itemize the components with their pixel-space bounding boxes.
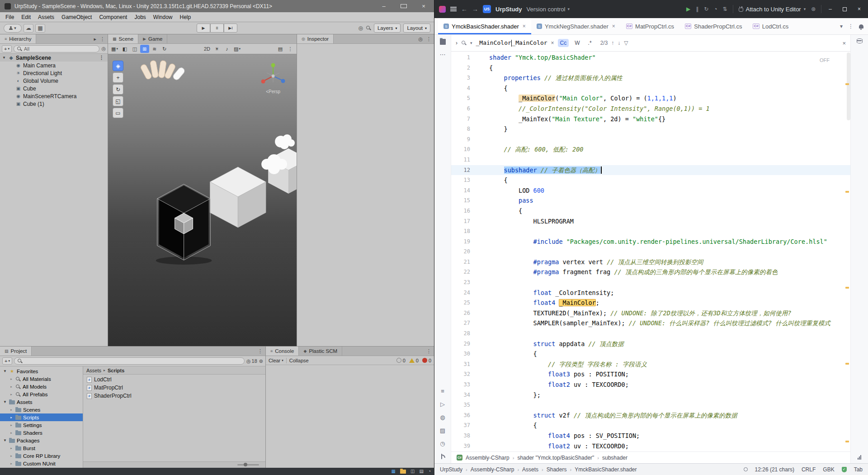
rider-close-button[interactable]: × — [858, 6, 861, 12]
unity-minimize-button[interactable]: – — [381, 3, 387, 10]
file-lodctrl[interactable]: #LodCtrl — [83, 375, 265, 384]
code-line-27[interactable]: 27 SAMPLER(sampler_MainTex); // UNDONE: … — [451, 318, 850, 328]
status-path-item[interactable]: Assets — [522, 466, 538, 473]
tab-project[interactable]: ▤Project — [0, 347, 32, 356]
stripe-mark[interactable] — [845, 287, 849, 289]
disclosure-closed-icon[interactable]: ▸ — [9, 408, 14, 412]
close-tab-icon[interactable]: × — [523, 23, 526, 29]
hierarchy-eye-icon[interactable]: ◎ — [101, 46, 106, 52]
icon-size-slider[interactable] — [237, 464, 259, 466]
search-input[interactable]: _MainColor_MainColor — [476, 39, 547, 47]
match-case-toggle[interactable]: Cc — [558, 39, 569, 47]
code-line-30[interactable]: 30 { — [451, 349, 850, 359]
solution-explorer-icon[interactable] — [440, 39, 446, 45]
code-editor[interactable]: 1shader "Ymck.top/BasicShader"2{3 proper… — [451, 52, 850, 451]
previous-match-icon[interactable]: ↑ — [611, 40, 614, 46]
scene-menu-icon[interactable]: ⋮ — [99, 55, 108, 61]
run-button[interactable]: ▶ — [686, 6, 690, 12]
code-line-34[interactable]: 34 }; — [451, 390, 850, 400]
hierarchy-search-input[interactable]: All — [14, 45, 99, 52]
breadcrumb-item[interactable]: Assembly-CSharp — [466, 455, 509, 461]
lighting-toggle[interactable]: ☀ — [212, 45, 222, 53]
menu-help[interactable]: Help — [176, 13, 195, 21]
disclosure-closed-icon[interactable]: ▸ — [9, 446, 14, 450]
database-icon[interactable] — [857, 38, 863, 43]
code-line-13[interactable]: 13 { — [451, 175, 850, 185]
settings-gear-icon[interactable]: ⊛ — [811, 6, 816, 12]
unity-maximize-button[interactable] — [401, 3, 407, 10]
project-item-scenes[interactable]: ▸Scenes — [0, 406, 83, 413]
disclosure-closed-icon[interactable]: ▸ — [9, 377, 14, 381]
run-tool-icon[interactable]: ▷ — [440, 401, 445, 408]
web-tool-icon[interactable]: ◍ — [440, 414, 445, 421]
hidden-tabs-dropdown[interactable]: ▾ — [840, 23, 843, 29]
pause-button[interactable]: II — [210, 24, 224, 33]
project-item-custom-nunit[interactable]: ▸Custom NUnit — [0, 460, 83, 467]
breadcrumb-scripts[interactable]: Scripts — [108, 368, 124, 373]
hierarchy-pin-icon[interactable]: ▸ — [94, 36, 96, 42]
memory-indicator-icon[interactable] — [858, 455, 861, 460]
inspector-menu-icon[interactable]: ⋮ — [426, 36, 431, 42]
search-icon[interactable] — [366, 25, 371, 31]
start-icon[interactable]: ▦ — [392, 469, 396, 474]
next-match-icon[interactable]: ↓ — [618, 40, 620, 46]
console-count-info[interactable]: 0 — [396, 358, 406, 363]
project-item-all-materials[interactable]: ▸All Materials — [0, 375, 83, 383]
status-path-item[interactable]: YmckBasicShader.shader — [575, 466, 637, 473]
line-ending[interactable]: CRLF — [802, 466, 816, 473]
inspection-status-icon[interactable] — [744, 467, 748, 471]
code-line-1[interactable]: 1shader "Ymck.top/BasicShader" — [451, 52, 850, 63]
rider-maximize-button[interactable] — [843, 7, 847, 11]
code-line-26[interactable]: 26 TEXTURE2D(_MainTex); // UNDONE: 除了2D纹… — [451, 308, 850, 318]
tab-lodctrl.cs[interactable]: C#LodCtrl.cs — [747, 18, 794, 34]
code-line-18[interactable]: 18 — [451, 226, 850, 237]
hierarchy-item-directional-light[interactable]: ☀Directional Light — [0, 69, 108, 77]
inspector-lock-icon[interactable]: ◎ — [418, 36, 423, 42]
project-item-all-models[interactable]: ▸All Models — [0, 383, 83, 390]
layers-dropdown[interactable]: Layers▾ — [374, 24, 401, 33]
project-settings-icon[interactable]: ⊛ — [259, 358, 263, 364]
gizmos-menu-icon[interactable]: ⋮ — [286, 45, 295, 53]
grid-snap-button[interactable]: ⊞ — [140, 45, 149, 53]
project-item-all-prefabs[interactable]: ▸All Prefabs — [0, 390, 83, 398]
code-line-39[interactable]: 39 float2 uv : TEXCOORD0; — [451, 441, 850, 451]
code-line-8[interactable]: 8 } — [451, 124, 850, 134]
code-line-22[interactable]: 22 #pragma fragment frag // 顶点构成的三角形内部的每… — [451, 267, 850, 277]
close-search-icon[interactable]: × — [842, 40, 846, 47]
code-line-36[interactable]: 36 struct v2f // 顶点构成的三角形内部的每个显示在屏幕上的像素的… — [451, 410, 850, 421]
code-line-35[interactable]: 35 — [451, 400, 850, 410]
unity-titlebar[interactable]: UrpStudy - SampleScene - Windows, Mac, L… — [0, 0, 434, 12]
draw-mode-dropdown[interactable]: ▦▾ — [110, 45, 119, 53]
hierarchy-add-button[interactable]: +▾ — [2, 45, 12, 52]
effects-dropdown[interactable]: ▨▾ — [232, 45, 242, 53]
database-tool-icon[interactable]: ≡ — [441, 388, 444, 394]
project-group-packages[interactable]: ▼Packages — [0, 437, 83, 444]
code-line-21[interactable]: 21 #pragma vertex vert // 顶点从三维空间转换到投影空间 — [451, 257, 850, 267]
image-tool-icon[interactable]: ▨ — [440, 427, 445, 434]
undo-history-icon[interactable]: ◎ — [358, 25, 363, 31]
project-item-burst[interactable]: ▸Burst — [0, 444, 83, 452]
scale-tool-button[interactable]: ◱ — [113, 96, 123, 106]
code-line-6[interactable]: 6 //_ColorIntensity("Color Intensity", R… — [451, 104, 850, 114]
inspections-off-badge[interactable]: OFF — [820, 55, 830, 66]
notifications-icon[interactable] — [859, 24, 863, 28]
hierarchy-item-cube[interactable]: ▣Cube — [0, 85, 108, 92]
play-button[interactable]: ▶ — [197, 24, 210, 33]
code-line-15[interactable]: 15 pass — [451, 195, 850, 206]
caret-position[interactable]: 12:26 (21 chars) — [755, 466, 794, 473]
menu-jobs[interactable]: Jobs — [131, 13, 149, 21]
hierarchy-item-mainscenertcamera[interactable]: ◉MainSceneRTCamera — [0, 92, 108, 100]
services-button[interactable]: ▦ — [35, 24, 45, 33]
menu-edit[interactable]: Edit — [18, 13, 34, 21]
breadcrumb-item[interactable]: shader "Ymck.top/BasicShader" — [517, 455, 594, 461]
back-button[interactable]: ← — [461, 5, 467, 13]
2d-toggle[interactable]: 2D — [203, 45, 212, 53]
breadcrumb-item[interactable]: subshader — [602, 455, 627, 461]
profiler-button[interactable]: ◔ — [714, 6, 717, 12]
attach-to-unity-dropdown[interactable]: Attach to Unity Editor ▾ — [739, 6, 806, 13]
project-search-input[interactable] — [14, 357, 245, 365]
filter-search-icon[interactable]: ▽ — [624, 40, 628, 46]
code-line-19[interactable]: 19 #include "Packages/com.unity.render-p… — [451, 237, 850, 247]
cloud-button[interactable]: ☁ — [24, 24, 33, 33]
file-matpropctrl[interactable]: #MatPropCtrl — [83, 384, 265, 392]
